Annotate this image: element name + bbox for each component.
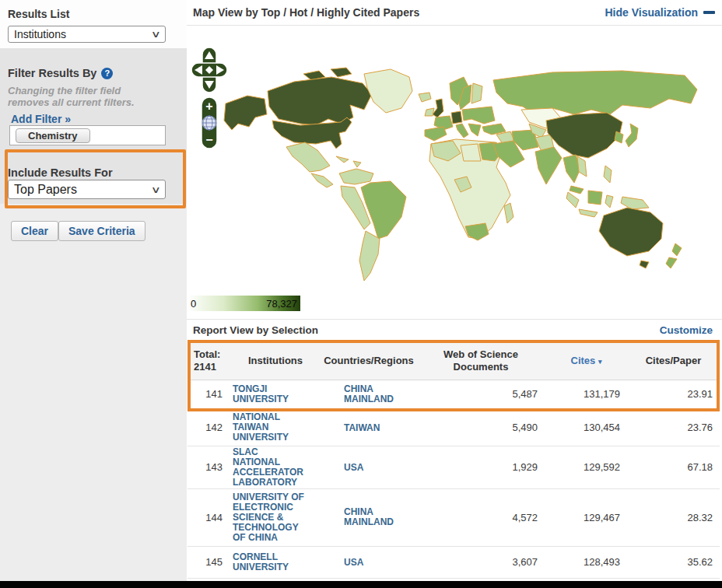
clear-button[interactable]: Clear [11, 221, 58, 241]
filter-note-line1: Changing the filter field [8, 85, 135, 96]
cites-cell: 128,493 [545, 546, 627, 578]
documents-cell: 3,607 [416, 546, 545, 578]
documents-cell: 5,490 [416, 408, 545, 446]
sidebar: Results List Institutions ∨ Filter Resul… [0, 0, 187, 588]
filter-results-by-label: Filter Results By [8, 67, 96, 79]
country-link[interactable]: CHINA MAINLAND [344, 507, 406, 527]
chevron-down-icon: ∨ [151, 184, 161, 195]
table-header-row: Total: 2141 Institutions Countries/Regio… [188, 343, 720, 380]
sort-desc-icon: ▾ [598, 358, 602, 366]
esi-results-page: Results List Institutions ∨ Filter Resul… [0, 0, 722, 588]
filter-tag-chemistry[interactable]: Chemistry [16, 128, 90, 143]
country-link[interactable]: USA [344, 558, 406, 568]
report-table-wrap: Total: 2141 Institutions Countries/Regio… [188, 343, 720, 588]
map-countries[interactable] [224, 68, 697, 281]
include-results-label: Include Results For [8, 166, 113, 179]
table-row: 142 NATIONAL TAIWAN UNIVERSITY TAIWAN 5,… [188, 408, 720, 446]
rank-cell: 142 [188, 408, 230, 446]
institution-link[interactable]: CORNELL UNIVERSITY [233, 552, 304, 572]
legend-max: 78,327 [266, 298, 297, 310]
help-icon[interactable]: ? [101, 68, 113, 79]
add-filter-link[interactable]: Add Filter » [11, 113, 71, 125]
hide-visualization-link[interactable]: Hide Visualization [605, 6, 715, 19]
cites-cell: 130,454 [545, 408, 627, 446]
institution-link[interactable]: SLAC NATIONAL ACCELERATOR LABORATORY [233, 447, 304, 488]
table-row: 141 TONGJI UNIVERSITY CHINA MAINLAND 5,4… [188, 380, 720, 408]
total-header: Total: 2141 [188, 343, 230, 380]
cites-per-paper-cell: 67.18 [627, 446, 720, 488]
documents-cell: 1,929 [416, 446, 545, 488]
screen-bottom-edge [0, 581, 722, 588]
report-table: Total: 2141 Institutions Countries/Regio… [188, 343, 720, 588]
total-value: 2141 [194, 361, 229, 373]
cites-per-paper-cell: 35.62 [627, 546, 720, 578]
cites-cell: 129,592 [545, 446, 627, 488]
filter-note-line2: removes all current filters. [8, 96, 135, 108]
institution-link[interactable]: NATIONAL TAIWAN UNIVERSITY [233, 412, 304, 443]
col-header-countries: Countries/Regions [321, 343, 416, 380]
hide-visualization-label: Hide Visualization [605, 6, 698, 19]
results-list-label: Results List [8, 8, 187, 20]
save-criteria-button[interactable]: Save Criteria [58, 221, 145, 241]
report-view-title: Report View by Selection [193, 324, 318, 336]
globe-icon[interactable] [202, 116, 216, 130]
rank-cell: 145 [188, 546, 230, 578]
total-label: Total: [194, 348, 229, 361]
table-row: 144 UNIVERSITY OF ELECTRONIC SCIENCE & T… [188, 488, 720, 546]
col-header-cites: Cites ▾ [545, 343, 627, 380]
table-row: 143 SLAC NATIONAL ACCELERATOR LABORATORY… [188, 446, 720, 488]
sidebar-lower: Clear Save Criteria [0, 204, 187, 588]
cites-per-paper-cell: 23.76 [627, 408, 720, 446]
cites-cell: 131,179 [545, 380, 627, 408]
cites-per-paper-cell: 28.32 [627, 488, 720, 546]
table-row: 145 CORNELL UNIVERSITY USA 3,607 128,493… [188, 546, 720, 578]
zoom-in-button[interactable]: + [205, 100, 212, 113]
highlight-box-filter [5, 149, 186, 208]
filter-input[interactable]: Chemistry [9, 125, 166, 145]
legend-min: 0 [191, 298, 196, 310]
institution-link[interactable]: TONGJI UNIVERSITY [233, 384, 304, 404]
country-link[interactable]: USA [344, 463, 406, 473]
cites-cell: 129,467 [545, 488, 627, 546]
rank-cell: 143 [188, 446, 230, 488]
filter-panel: Filter Results By ? Changing the filter … [0, 48, 187, 204]
minus-icon [703, 11, 715, 14]
documents-cell: 4,572 [416, 488, 545, 546]
include-results-select[interactable]: Top Papers ∨ [8, 180, 166, 199]
country-link[interactable]: CHINA MAINLAND [344, 384, 406, 404]
map-pan-control[interactable] [191, 47, 227, 93]
cites-per-paper-cell: 23.91 [627, 380, 720, 408]
results-list-select[interactable]: Institutions ∨ [8, 26, 166, 43]
documents-cell: 5,487 [416, 380, 545, 408]
map-view-title: Map View by Top / Hot / Highly Cited Pap… [193, 6, 419, 19]
col-header-cites-per-paper: Cites/Paper [627, 343, 720, 380]
include-results-value: Top Papers [14, 183, 77, 197]
col-header-institutions: Institutions [230, 343, 321, 380]
report-header: Report View by Selection Customize [187, 319, 722, 341]
map-legend: 0 78,327 [188, 296, 300, 311]
world-map[interactable]: + − [187, 43, 722, 284]
customize-link[interactable]: Customize [660, 324, 713, 336]
map-zoom-control[interactable]: + − [202, 97, 217, 149]
results-list-value: Institutions [14, 28, 66, 40]
main-content: Map View by Top / Hot / Highly Cited Pap… [187, 0, 722, 588]
sort-cites-button[interactable]: Cites [571, 355, 596, 366]
rank-cell: 141 [188, 380, 230, 408]
rank-cell: 144 [188, 488, 230, 546]
chevron-down-icon: ∨ [151, 29, 161, 40]
zoom-out-button[interactable]: − [205, 133, 212, 146]
country-link[interactable]: TAIWAN [344, 423, 406, 433]
institution-link[interactable]: UNIVERSITY OF ELECTRONIC SCIENCE & TECHN… [233, 492, 304, 543]
filter-results-by-title: Filter Results By ? [8, 67, 113, 79]
col-header-documents: Web of Science Documents [416, 343, 545, 380]
map-header: Map View by Top / Hot / Highly Cited Pap… [187, 0, 722, 26]
filter-note: Changing the filter field removes all cu… [8, 85, 135, 108]
